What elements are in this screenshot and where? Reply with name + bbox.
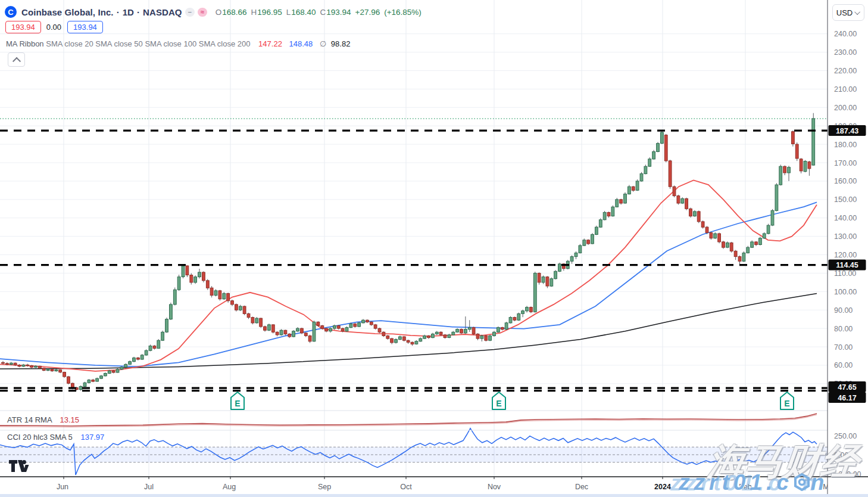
chevron-down-icon — [854, 9, 860, 15]
price-axis[interactable]: 240.00230.00220.00210.00200.00190.00180.… — [828, 0, 868, 497]
svg-text:Sep: Sep — [318, 483, 331, 491]
open-value: 168.66 — [222, 8, 246, 17]
open-label: O — [216, 8, 222, 17]
ohlc-readout: O168.66H196.95L168.40C193.94+27.96(+16.8… — [216, 8, 426, 17]
gear-icon — [793, 471, 811, 496]
svg-text:Nov: Nov — [488, 483, 501, 491]
svg-text:Dec: Dec — [575, 483, 588, 491]
close-value: 193.94 — [326, 8, 351, 17]
svg-text:70.00: 70.00 — [834, 343, 853, 352]
svg-text:Oct: Oct — [400, 483, 412, 491]
svg-text:Jul: Jul — [144, 483, 154, 491]
price-level-chip: 46.17 — [829, 392, 866, 403]
atr-label[interactable]: ATR 14 RMA — [7, 415, 52, 424]
hidden-indicator-pill-icon[interactable]: – — [185, 8, 195, 17]
price-level-lines[interactable] — [0, 131, 828, 390]
svg-text:150.00: 150.00 — [834, 195, 857, 204]
indicator-params: SMA close 20 SMA close 50 SMA close 100 … — [46, 39, 250, 48]
cci-value: 137.97 — [80, 433, 104, 442]
currency-select[interactable]: USD — [832, 4, 864, 21]
tradingview-chart-window: EEEJunJulAugSepOctNovDec2024FebMar240.00… — [0, 0, 868, 497]
earnings-icon: E — [231, 392, 244, 409]
watermark-domain-right: n — [811, 470, 829, 495]
watermark-domain-left: zzrt01.c — [679, 470, 793, 495]
svg-text:220.00: 220.00 — [834, 67, 857, 75]
svg-text:47.65: 47.65 — [838, 383, 856, 392]
chevron-up-icon — [12, 57, 20, 66]
coinbase-logo-icon: C — [5, 6, 17, 18]
low-value: 168.40 — [291, 8, 316, 17]
svg-text:170.00: 170.00 — [834, 159, 857, 167]
svg-text:110.00: 110.00 — [834, 269, 856, 278]
atr-pane-legend[interactable]: ATR 14 RMA 13.15 — [7, 415, 79, 424]
change-value: +27.96 — [355, 8, 380, 17]
sma200-line[interactable] — [0, 293, 817, 369]
svg-text:200.00: 200.00 — [834, 104, 857, 112]
symbol-name[interactable]: Coinbase Global, Inc. — [21, 7, 114, 17]
svg-text:187.43: 187.43 — [836, 127, 858, 135]
interval-label[interactable]: 1D — [123, 7, 134, 17]
svg-text:100.00: 100.00 — [834, 288, 857, 296]
svg-text:E: E — [496, 399, 501, 408]
separator-dot: · — [137, 7, 140, 17]
svg-text:180.00: 180.00 — [834, 141, 857, 149]
atr-line[interactable] — [0, 414, 817, 427]
separator-dot: · — [117, 7, 120, 17]
svg-text:120.00: 120.00 — [834, 251, 857, 259]
price-level-chip: 47.65 — [829, 381, 866, 392]
bid-ask-row: 193.94 0.00 193.94 — [5, 21, 103, 33]
earnings-icon: E — [780, 392, 794, 409]
grid-layer — [0, 0, 828, 477]
change-percent: (+16.85%) — [384, 8, 421, 17]
close-label: C — [320, 8, 326, 17]
svg-text:114.45: 114.45 — [836, 261, 858, 269]
svg-text:46.17: 46.17 — [838, 394, 856, 402]
svg-text:2024: 2024 — [654, 483, 671, 491]
average-sign: ∅ — [320, 39, 326, 48]
atr-value: 13.15 — [60, 415, 80, 424]
indicator-value-sma50: 148.48 — [289, 39, 313, 48]
svg-text:60.00: 60.00 — [834, 361, 853, 369]
svg-text:130.00: 130.00 — [834, 232, 857, 241]
chart-canvas[interactable]: EEEJunJulAugSepOctNovDec2024FebMar240.00… — [0, 0, 868, 497]
buy-price-button[interactable]: 193.94 — [67, 21, 103, 33]
approx-data-pill-icon[interactable]: ≈ — [198, 8, 207, 17]
svg-text:160.00: 160.00 — [834, 177, 857, 185]
spread-value: 0.00 — [46, 23, 61, 32]
cci-band — [0, 447, 828, 462]
svg-text:210.00: 210.00 — [834, 85, 857, 94]
indicator-name[interactable]: MA Ribbon — [6, 39, 44, 48]
cci-label[interactable]: CCI 20 hlc3 SMA 5 — [7, 433, 73, 442]
svg-text:140.00: 140.00 — [834, 214, 857, 222]
ma-ribbon-legend[interactable]: MA Ribbon SMA close 20 SMA close 50 SMA … — [6, 39, 350, 48]
indicator-value-avg: 98.82 — [331, 39, 351, 48]
price-level-chip: 114.45 — [829, 260, 866, 271]
svg-text:Aug: Aug — [223, 483, 236, 491]
svg-text:90.00: 90.00 — [834, 306, 853, 315]
svg-text:Jun: Jun — [57, 483, 68, 491]
currency-label: USD — [836, 8, 853, 17]
high-value: 196.95 — [257, 8, 282, 17]
earnings-badges[interactable]: EEE — [231, 392, 794, 409]
tradingview-logo[interactable] — [8, 459, 30, 476]
candles-layer[interactable] — [2, 113, 815, 391]
low-label: L — [286, 8, 291, 17]
symbol-header: C Coinbase Global, Inc. · 1D · NASDAQ – … — [5, 5, 426, 19]
indicator-value-sma20: 147.22 — [258, 39, 282, 48]
cci-pane-legend[interactable]: CCI 20 hlc3 SMA 5 137.97 — [7, 433, 104, 442]
svg-text:230.00: 230.00 — [834, 48, 857, 57]
exchange-label[interactable]: NASDAQ — [143, 7, 182, 17]
svg-text:E: E — [784, 399, 789, 408]
price-level-chip: 187.43 — [829, 125, 866, 136]
pane-separators[interactable] — [0, 0, 868, 497]
high-label: H — [251, 8, 257, 17]
sell-price-button[interactable]: 193.94 — [5, 21, 41, 33]
watermark-domain: zzrt01.cn — [679, 470, 828, 496]
svg-text:E: E — [235, 399, 240, 408]
svg-text:240.00: 240.00 — [834, 30, 857, 38]
collapse-legend-button[interactable] — [8, 52, 25, 67]
svg-text:80.00: 80.00 — [834, 325, 853, 333]
